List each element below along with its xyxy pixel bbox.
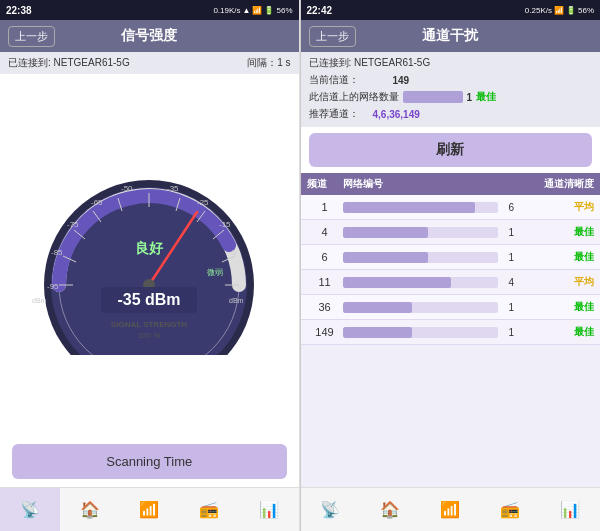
gauge-container: -95 -85 -75 -65 -50 -35 -25 -15 -5 dBm d… <box>29 155 269 355</box>
right-connected-label: 已连接到: NETGEAR61-5G <box>309 56 593 70</box>
bar-count: 1 <box>502 252 514 263</box>
left-nav-item-signal[interactable]: 📡 <box>0 488 60 531</box>
wifi-icon: ▲ <box>243 6 251 15</box>
channel-table: 频道 网络编号 通道清晰度 1 6 平均 4 1 最佳 6 <box>301 173 601 487</box>
svg-text:-25: -25 <box>197 198 209 207</box>
table-body: 1 6 平均 4 1 最佳 6 1 <box>301 195 601 345</box>
current-channel-row: 当前信道： 149 <box>309 73 593 87</box>
right-nav-item-chart[interactable]: 📊 <box>540 488 600 531</box>
cell-channel: 149 <box>307 326 343 338</box>
left-nav-item-chart[interactable]: 📊 <box>239 488 299 531</box>
header-clarity: 通道清晰度 <box>514 177 594 191</box>
cell-channel: 6 <box>307 251 343 263</box>
signal-icon: 📶 <box>252 6 262 15</box>
cell-channel: 11 <box>307 276 343 288</box>
svg-text:-35: -35 <box>167 184 179 193</box>
svg-text:100 %: 100 % <box>138 331 161 340</box>
left-nav-item-home[interactable]: 🏠 <box>60 488 120 531</box>
left-nav-item-wifi[interactable]: 📶 <box>119 488 179 531</box>
cell-quality: 最佳 <box>514 325 594 339</box>
bar-count: 1 <box>502 302 514 313</box>
table-row: 36 1 最佳 <box>301 295 601 320</box>
right-signal-nav-icon: 📡 <box>320 500 340 519</box>
cell-bar: 1 <box>343 302 515 313</box>
cell-quality: 平均 <box>514 275 594 289</box>
right-nav-item-channel[interactable]: 📻 <box>480 488 540 531</box>
header-network: 网络编号 <box>343 177 515 191</box>
left-speed: 0.19K/s <box>213 6 240 15</box>
table-row: 4 1 最佳 <box>301 220 601 245</box>
svg-text:-95: -95 <box>47 282 59 291</box>
right-time: 22:42 <box>307 5 333 16</box>
bar-bg <box>343 302 499 313</box>
right-panel: 22:42 0.25K/s 📶 🔋 56% 上一步 通道干扰 已连接到: NET… <box>301 0 601 531</box>
right-nav-bar: 上一步 通道干扰 <box>301 20 601 52</box>
signal-nav-icon: 📡 <box>20 500 40 519</box>
refresh-button[interactable]: 刷新 <box>309 133 593 167</box>
right-nav-item-signal[interactable]: 📡 <box>301 488 361 531</box>
right-nav-item-home[interactable]: 🏠 <box>360 488 420 531</box>
right-nav-item-wifi[interactable]: 📶 <box>420 488 480 531</box>
bar-count: 1 <box>502 327 514 338</box>
right-wifi-nav-icon: 📶 <box>440 500 460 519</box>
cell-quality: 最佳 <box>514 225 594 239</box>
network-count-bar <box>403 91 463 103</box>
bar-bg <box>343 252 499 263</box>
right-chart-nav-icon: 📊 <box>560 500 580 519</box>
right-speed: 0.25K/s <box>525 6 552 15</box>
bar-bg <box>343 227 499 238</box>
svg-text:-65: -65 <box>91 198 103 207</box>
left-nav-item-channel[interactable]: 📻 <box>179 488 239 531</box>
svg-text:微弱: 微弱 <box>207 268 223 277</box>
right-page-title: 通道干扰 <box>422 27 478 45</box>
header-channel: 频道 <box>307 177 343 191</box>
cell-quality: 最佳 <box>514 250 594 264</box>
bar-count: 1 <box>502 227 514 238</box>
scanning-time-button[interactable]: Scanning Time <box>12 444 287 479</box>
table-row: 1 6 平均 <box>301 195 601 220</box>
right-battery: 56% <box>578 6 594 15</box>
cell-bar: 1 <box>343 327 515 338</box>
cell-bar: 1 <box>343 227 515 238</box>
bar-count: 6 <box>502 202 514 213</box>
cell-quality: 最佳 <box>514 300 594 314</box>
battery-icon: 🔋 <box>264 6 274 15</box>
recommend-row: 推荐通道： 4,6,36,149 <box>309 107 593 121</box>
svg-text:-50: -50 <box>121 184 133 193</box>
gauge-area: -95 -85 -75 -65 -50 -35 -25 -15 -5 dBm d… <box>0 74 299 436</box>
left-status-icons: 0.19K/s ▲ 📶 🔋 56% <box>213 6 292 15</box>
home-nav-icon: 🏠 <box>80 500 100 519</box>
right-status-icons: 0.25K/s 📶 🔋 56% <box>525 6 594 15</box>
cell-bar: 4 <box>343 277 515 288</box>
bar-bg <box>343 202 499 213</box>
current-channel-value: 149 <box>393 75 410 86</box>
bar-fill <box>343 302 413 313</box>
channel-info-panel: 已连接到: NETGEAR61-5G 当前信道： 149 此信道上的网络数量 1… <box>301 52 601 127</box>
svg-text:-15: -15 <box>219 220 231 229</box>
right-back-button[interactable]: 上一步 <box>309 26 356 47</box>
left-status-bar: 22:38 0.19K/s ▲ 📶 🔋 56% <box>0 0 299 20</box>
table-row: 149 1 最佳 <box>301 320 601 345</box>
cell-channel: 36 <box>307 301 343 313</box>
chart-nav-icon: 📊 <box>259 500 279 519</box>
bar-fill <box>343 227 429 238</box>
bar-bg <box>343 277 499 288</box>
recommend-channels: 4,6,36,149 <box>373 109 420 120</box>
left-connected-bar: 已连接到: NETGEAR61-5G 间隔：1 s <box>0 52 299 74</box>
left-time: 22:38 <box>6 5 32 16</box>
cell-bar: 6 <box>343 202 515 213</box>
network-count-value: 1 <box>467 92 473 103</box>
svg-text:良好: 良好 <box>135 240 164 256</box>
svg-text:-5: -5 <box>229 248 237 257</box>
cell-channel: 1 <box>307 201 343 213</box>
left-back-button[interactable]: 上一步 <box>8 26 55 47</box>
right-status-bar: 22:42 0.25K/s 📶 🔋 56% <box>301 0 601 20</box>
svg-text:-35 dBm: -35 dBm <box>118 291 181 308</box>
scan-btn-area: Scanning Time <box>0 436 299 487</box>
bar-fill <box>343 277 452 288</box>
bar-fill <box>343 327 413 338</box>
left-battery: 56% <box>276 6 292 15</box>
svg-text:dBm: dBm <box>32 297 47 304</box>
svg-text:SIGNAL STRENGTH: SIGNAL STRENGTH <box>111 320 188 329</box>
table-row: 11 4 平均 <box>301 270 601 295</box>
